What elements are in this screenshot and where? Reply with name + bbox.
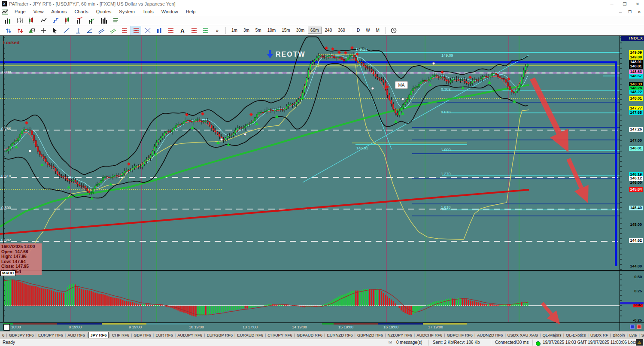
close-button[interactable]: ✕ [631, 0, 644, 8]
period-D[interactable]: D [354, 27, 362, 34]
time-axis-marker [3, 324, 10, 331]
drawing-toolbar: A»1m3m5m10m15m30m60m240360DWM [0, 25, 644, 36]
menu-charts[interactable]: Charts [70, 8, 92, 16]
tab-6[interactable]: 6 [1, 332, 6, 338]
compare-symbols[interactable] [15, 26, 25, 35]
more-tools[interactable]: » [212, 26, 222, 35]
message-icon: ✉ [389, 340, 392, 345]
session-clock-icon[interactable] [389, 26, 399, 35]
tab-chfjpy-rf6[interactable]: CHFJPY RF6 [266, 332, 293, 338]
arrow-bars-chart-button[interactable] [86, 16, 98, 25]
maximize-button[interactable]: ❐ [618, 0, 631, 8]
menu-tools[interactable]: Tools [139, 8, 158, 16]
tab-usdx-rf[interactable]: USDX RF [589, 332, 610, 338]
tab-gbpaud-rf6[interactable]: GBPAUD RF6 [295, 332, 324, 338]
trendline-tool[interactable] [61, 26, 72, 35]
fib-levels-tool[interactable] [131, 26, 141, 35]
menu-view[interactable]: View [30, 8, 48, 16]
tooltip-close: Close: 147.95 [1, 264, 40, 269]
volume-profile-tool[interactable] [154, 26, 164, 35]
app-icon: X [2, 1, 7, 6]
indicator-list-button[interactable] [110, 16, 122, 25]
tab-gbp-rf6[interactable]: GBP RF6 [132, 332, 152, 338]
line-chart-button[interactable] [38, 16, 50, 25]
menu-help[interactable]: Help [182, 8, 200, 16]
channel-tool[interactable] [96, 26, 106, 35]
timeframe-30m[interactable]: 30m [294, 27, 307, 34]
tab-eurjpy-rf6[interactable]: EURJPY RF6 [37, 332, 64, 338]
tab-aud-rf6[interactable]: AUD RF6 [66, 332, 86, 338]
tab-gbpnzd-rf6[interactable]: GBPNZD RF6 [356, 332, 384, 338]
child-close-button[interactable]: ✕ [635, 9, 644, 15]
timeframe-10m[interactable]: 10m [265, 27, 278, 34]
regression-channel-tool[interactable] [107, 26, 118, 35]
period-M[interactable]: M [374, 27, 382, 34]
tab-chf-rf6[interactable]: CHF RF6 [111, 332, 131, 338]
close-panel-icon[interactable] [637, 325, 641, 329]
child-restore-button[interactable]: ❐ [625, 9, 635, 15]
menu-actions[interactable]: Actions [47, 8, 70, 16]
vertical-line-tool[interactable] [73, 26, 83, 35]
cursor-tool[interactable] [49, 26, 60, 35]
child-minimize-button[interactable]: ─ [616, 9, 625, 15]
tab-euraud-rf6[interactable]: EURAUD RF6 [236, 332, 264, 338]
gann-fan-tool[interactable] [142, 26, 153, 35]
macd-panel-canvas[interactable] [0, 271, 620, 323]
main-chart-canvas[interactable] [0, 36, 620, 270]
tab-audchf-rf6[interactable]: AUDCHF RF6 [415, 332, 444, 338]
menu-quotes[interactable]: Quotes [92, 8, 115, 16]
zoom-tool[interactable] [26, 26, 37, 35]
histogram-chart-button[interactable] [98, 16, 110, 25]
candle-chart-button[interactable] [26, 16, 38, 25]
ohlc-chart-button[interactable] [14, 16, 26, 25]
timeframe-15m[interactable]: 15m [279, 27, 292, 34]
timeframe-60m[interactable]: 60m [308, 27, 321, 34]
tab-nzdjpy-rf6[interactable]: NZDJPY RF6 [386, 332, 413, 338]
tab-gbpjpy-rf6[interactable]: GBPJPY RF6 [8, 332, 35, 338]
menu-system[interactable]: System [115, 8, 139, 16]
text-tool[interactable]: A [177, 26, 188, 35]
price-levels-tool[interactable] [165, 26, 176, 35]
step-chart-button[interactable] [50, 16, 62, 25]
chart-type-toolbar [0, 16, 644, 25]
angle-line-tool[interactable] [84, 26, 95, 35]
fib-extension-tool[interactable] [188, 26, 199, 35]
tab-ql-exotics[interactable]: QL-Exotics [565, 332, 587, 338]
trend-bars-chart-button[interactable] [74, 16, 86, 25]
tab-eurnzd-rf6[interactable]: EURNZD RF6 [325, 332, 354, 338]
dock-panel-icon[interactable] [630, 325, 635, 329]
timeframe-5m[interactable]: 5m [253, 27, 264, 34]
period-W[interactable]: W [363, 27, 372, 34]
tab-jpy-rf6[interactable]: JPY RF6 [88, 332, 108, 338]
time-axis[interactable] [0, 323, 620, 331]
colored-candle-chart-button[interactable] [62, 16, 74, 25]
reotw-annotation: REOTW [267, 50, 306, 59]
tab-usdx-xau-xag[interactable]: USDX XAU XAG [506, 332, 539, 338]
timeframe-360[interactable]: 360 [335, 27, 348, 34]
timeframe-3m[interactable]: 3m [241, 27, 252, 34]
warning-icon[interactable]: ⚠ [636, 339, 643, 346]
price-axis[interactable] [620, 36, 644, 331]
fib-retracement-tool[interactable] [119, 26, 130, 35]
tab-eurgbp-rf6[interactable]: EURGBP RF6 [205, 332, 234, 338]
tab-sp500-rf6[interactable]: SP500 RF6 [640, 332, 644, 338]
tab-audjpy-rf6[interactable]: AUDJPY RF6 [176, 332, 204, 338]
fib-expansion-tool[interactable] [200, 26, 211, 35]
tab-eur-rf6[interactable]: EUR RF6 [154, 332, 174, 338]
menu-window[interactable]: Window [158, 8, 182, 16]
tab-lyte[interactable]: Lyte [628, 332, 638, 338]
menu-bar: PageViewActionsChartsQuotesSystemToolsWi… [0, 8, 644, 16]
menu-page[interactable]: Page [11, 8, 30, 16]
tab-bitcoin[interactable]: Bitcoin [611, 332, 626, 338]
minimize-button[interactable]: ─ [605, 0, 618, 8]
tab-gbpchf-rf6[interactable]: GBPCHF RF6 [446, 332, 474, 338]
down-arrow-icon [267, 50, 273, 59]
tab-audnzd-rf6[interactable]: AUDNZD RF6 [476, 332, 504, 338]
timeframe-240[interactable]: 240 [322, 27, 335, 34]
crosshair-tool[interactable] [38, 26, 49, 35]
tab-ql-majors[interactable]: QL-Majors [541, 332, 562, 338]
scroll-up-down[interactable] [3, 26, 14, 35]
tooltip-open: Open: 147.68 [1, 249, 40, 255]
bar-chart-button[interactable] [2, 16, 14, 25]
timeframe-1m[interactable]: 1m [229, 27, 240, 34]
